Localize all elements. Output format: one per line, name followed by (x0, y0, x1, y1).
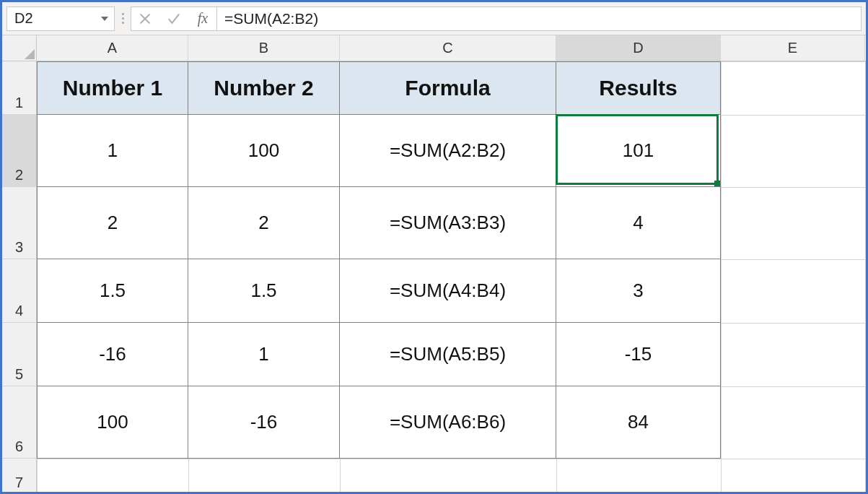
cell-B4[interactable]: 1.5 (188, 259, 340, 323)
row-header-label: 5 (15, 366, 23, 383)
row-header-label: 1 (15, 95, 23, 111)
column-header-label: D (633, 40, 643, 56)
column-header-A[interactable]: A (37, 35, 188, 61)
column-header-B[interactable]: B (188, 35, 340, 61)
cell-value: -15 (625, 343, 652, 365)
chevron-down-icon[interactable] (101, 17, 108, 21)
formula-input[interactable]: =SUM(A2:B2) (217, 6, 862, 31)
cell-value: 1.5 (250, 280, 276, 302)
cell-D6[interactable]: 84 (556, 386, 721, 459)
cell-value: 1 (258, 343, 268, 365)
cell-B6[interactable]: -16 (188, 386, 340, 459)
cells-area: Number 1Number 2FormulaResults1100=SUM(A… (37, 61, 866, 492)
select-all-corner[interactable] (2, 35, 37, 61)
cell-D2[interactable]: 101 (556, 115, 721, 187)
svg-marker-2 (25, 49, 35, 59)
cell-value: =SUM(A4:B4) (390, 280, 506, 302)
name-box[interactable]: D2 (6, 6, 115, 31)
cell-value: =SUM(A3:B3) (390, 212, 506, 234)
cell-value: 101 (623, 139, 654, 162)
column-header-D[interactable]: D (556, 35, 721, 61)
row-header-3[interactable]: 3 (2, 187, 36, 259)
cell-B5[interactable]: 1 (188, 323, 340, 386)
column-header-E[interactable]: E (721, 35, 865, 61)
cell-D1[interactable]: Results (556, 61, 721, 115)
row-header-label: 2 (15, 167, 23, 183)
cell-B1[interactable]: Number 2 (188, 61, 340, 115)
cell-A5[interactable]: -16 (37, 323, 188, 386)
cell-D5[interactable]: -15 (556, 323, 721, 386)
cell-value: 100 (248, 139, 279, 162)
cell-value: 100 (97, 411, 128, 433)
row-header-5[interactable]: 5 (2, 323, 36, 386)
row-header-label: 3 (15, 239, 23, 256)
cell-D3[interactable]: 4 (556, 187, 721, 259)
column-headers: ABCDE (37, 35, 866, 61)
cell-C2[interactable]: =SUM(A2:B2) (340, 115, 556, 187)
row-header-label: 7 (15, 474, 23, 491)
cell-value: Number 2 (214, 76, 313, 100)
cell-value: 3 (633, 280, 643, 302)
cell-C5[interactable]: =SUM(A5:B5) (340, 323, 556, 386)
formula-bar-buttons: fx (131, 6, 217, 31)
cell-C3[interactable]: =SUM(A3:B3) (340, 187, 556, 259)
cell-value: 84 (628, 411, 649, 433)
row-header-7[interactable]: 7 (2, 459, 36, 492)
cell-value: -16 (99, 343, 126, 365)
cell-value: -16 (250, 411, 278, 433)
row-header-4[interactable]: 4 (2, 259, 36, 323)
cell-value: =SUM(A5:B5) (390, 343, 506, 365)
cell-value: 1.5 (100, 280, 126, 302)
insert-function-icon[interactable]: fx (195, 11, 211, 27)
cell-A6[interactable]: 100 (37, 386, 188, 459)
app-window: D2 fx =SUM(A2:B2) ABCDE 1234567 Number 1… (0, 0, 868, 494)
cell-A1[interactable]: Number 1 (37, 61, 188, 115)
row-headers: 1234567 (2, 61, 37, 492)
cell-C1[interactable]: Formula (340, 61, 556, 115)
name-box-value: D2 (14, 10, 33, 27)
row-header-label: 6 (15, 438, 23, 455)
cell-value: 1 (108, 139, 118, 162)
row-header-1[interactable]: 1 (2, 61, 36, 115)
formula-input-value: =SUM(A2:B2) (224, 10, 318, 27)
cell-value: =SUM(A2:B2) (390, 139, 506, 162)
column-header-label: B (259, 40, 268, 56)
column-header-label: A (108, 40, 117, 56)
cell-C4[interactable]: =SUM(A4:B4) (340, 259, 556, 323)
formula-bar-grip[interactable] (115, 6, 131, 31)
cell-B3[interactable]: 2 (188, 187, 340, 259)
enter-icon[interactable] (166, 11, 182, 27)
cancel-icon[interactable] (137, 11, 153, 27)
worksheet[interactable]: ABCDE 1234567 Number 1Number 2FormulaRes… (2, 35, 866, 492)
formula-bar: D2 fx =SUM(A2:B2) (2, 2, 866, 35)
column-header-label: E (788, 40, 797, 56)
cell-value: Formula (405, 76, 490, 100)
cell-A4[interactable]: 1.5 (37, 259, 188, 323)
cell-value: 4 (633, 212, 643, 234)
column-header-label: C (442, 40, 452, 56)
cell-value: =SUM(A6:B6) (390, 411, 506, 433)
column-header-C[interactable]: C (340, 35, 556, 61)
cell-A3[interactable]: 2 (37, 187, 188, 259)
cell-value: Number 1 (63, 76, 162, 100)
cell-B2[interactable]: 100 (188, 115, 340, 187)
cell-A2[interactable]: 1 (37, 115, 188, 187)
cell-D4[interactable]: 3 (556, 259, 721, 323)
cell-value: 2 (258, 212, 268, 234)
row-header-label: 4 (15, 303, 23, 319)
cell-value: Results (599, 76, 677, 100)
cell-value: 2 (108, 212, 118, 234)
cell-C6[interactable]: =SUM(A6:B6) (340, 386, 556, 459)
row-header-2[interactable]: 2 (2, 115, 36, 187)
row-header-6[interactable]: 6 (2, 386, 36, 459)
